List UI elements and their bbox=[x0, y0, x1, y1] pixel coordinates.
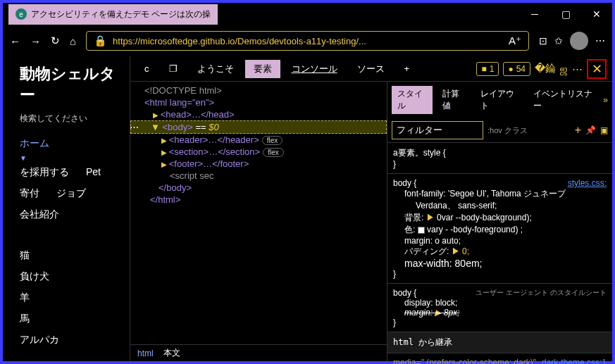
animal-cat[interactable]: 猫 bbox=[20, 245, 130, 266]
animal-horse[interactable]: 馬 bbox=[20, 308, 130, 330]
pin-icon[interactable]: 📌 bbox=[585, 125, 596, 135]
more-icon[interactable]: ⋯ bbox=[572, 63, 583, 75]
dom-tree[interactable]: <!DOCTYPE html> <html lang="en"> <head>…… bbox=[130, 82, 387, 344]
messages-badge[interactable]: ● 54 bbox=[503, 62, 530, 76]
nav-pet[interactable]: Pet bbox=[86, 162, 101, 183]
ua-label: ユーザー エージェント のスタイルシート bbox=[476, 288, 607, 298]
stylesheet-link[interactable]: styles.css: bbox=[568, 178, 607, 188]
styles-tab-layout[interactable]: レイアウト bbox=[475, 86, 523, 114]
page-title: 動物シェルター bbox=[20, 63, 130, 106]
styles-panel: スタイル 計算値 レイアウト イベントリスナー » フィルター :hov クラス… bbox=[387, 82, 612, 361]
dom-footer[interactable]: <footer>…</footer> bbox=[130, 158, 387, 170]
close-window-button[interactable]: ✕ bbox=[581, 3, 612, 25]
dom-html[interactable]: <html lang="en"> bbox=[130, 96, 387, 108]
animal-loser[interactable]: 負け犬 bbox=[20, 266, 130, 287]
devtools-panel: c ❐ ようこそ 要素 コンソール ソース + ■ 1 ● 54 �錀 ஜ ⋯ … bbox=[130, 56, 612, 361]
titlebar: e アクセシビリティを備えたデモ ページは次の操 ─ ▢ ✕ bbox=[3, 3, 612, 25]
feedback-icon[interactable]: ஜ bbox=[560, 63, 568, 75]
tab-elements[interactable]: 要素 bbox=[245, 60, 280, 78]
hov-toggle[interactable]: :hov クラス bbox=[487, 125, 528, 136]
nav-jobs[interactable]: ジョブ bbox=[56, 183, 86, 204]
tab-console[interactable]: コンソール bbox=[283, 60, 346, 78]
ua-body-rule[interactable]: ユーザー エージェント のスタイルシート body { display: blo… bbox=[387, 283, 612, 332]
tab-sources[interactable]: ソース bbox=[349, 60, 393, 78]
reader-icon[interactable]: A⁺ bbox=[509, 34, 521, 47]
dom-html-close[interactable]: </html> bbox=[130, 194, 387, 206]
styles-tab-computed[interactable]: 計算値 bbox=[437, 86, 471, 114]
active-indicator: ▼ bbox=[20, 154, 130, 162]
nav-donate[interactable]: 寄付 bbox=[20, 183, 39, 204]
animal-sheep[interactable]: 羊 bbox=[20, 287, 130, 308]
sync-icon[interactable]: ⊡ bbox=[539, 35, 547, 46]
page-sidebar: 動物シェルター 検索してください ホーム ▼ を採用する Pet 寄付 ジョブ … bbox=[3, 56, 130, 361]
dark-theme-link[interactable]: dark-theme.css:1 bbox=[542, 358, 607, 364]
element-style-rule[interactable]: a要素。style { } bbox=[387, 142, 612, 173]
nav-about[interactable]: 会社紹介 bbox=[20, 204, 130, 225]
back-button[interactable]: ← bbox=[10, 35, 20, 47]
inherited-header: html から継承 bbox=[387, 332, 612, 353]
dom-body-close[interactable]: </body> bbox=[130, 182, 387, 194]
dom-body-selected[interactable]: ⋯▼ <body> == $0 bbox=[130, 120, 387, 134]
new-rule-button[interactable]: + bbox=[575, 124, 581, 137]
crumb-html[interactable]: html bbox=[137, 349, 154, 358]
browser-toolbar: ← → ↻ ⌂ 🔒 https://microsoftedge.github.i… bbox=[3, 25, 612, 56]
browser-tab[interactable]: e アクセシビリティを備えたデモ ページは次の操 bbox=[8, 4, 218, 25]
dom-header[interactable]: <header>…</header>flex bbox=[130, 134, 387, 146]
tab-welcome[interactable]: ようこそ bbox=[189, 60, 242, 78]
styles-more-icon[interactable]: ▣ bbox=[600, 125, 608, 135]
body-rule[interactable]: styles.css: body { font-family: 'Segoe U… bbox=[387, 173, 612, 283]
nav-home[interactable]: ホーム bbox=[20, 133, 130, 154]
edge-icon: e bbox=[15, 8, 27, 20]
dom-section[interactable]: <section>…</section>flex bbox=[130, 146, 387, 158]
dom-script[interactable]: <script sec bbox=[130, 170, 387, 182]
search-label: 検索してください bbox=[20, 113, 130, 125]
maximize-button[interactable]: ▢ bbox=[550, 3, 581, 25]
device-icon[interactable]: ❐ bbox=[161, 61, 186, 77]
styles-filter-input[interactable]: フィルター bbox=[392, 121, 483, 139]
root-rule[interactable]: dark-theme.css:1 media=" (prefers-color-… bbox=[387, 353, 612, 364]
devtools-close-button[interactable]: ✕ bbox=[587, 59, 607, 79]
menu-button[interactable]: ⋯ bbox=[595, 35, 605, 46]
dom-breadcrumb[interactable]: html 本文 bbox=[130, 344, 387, 361]
styles-tab-more[interactable]: » bbox=[603, 95, 608, 105]
tab-title: アクセシビリティを備えたデモ ページは次の操 bbox=[31, 8, 211, 20]
profile-avatar[interactable] bbox=[570, 32, 588, 50]
styles-tab-listeners[interactable]: イベントリスナー bbox=[528, 86, 599, 114]
dom-doctype[interactable]: <!DOCTYPE html> bbox=[130, 84, 387, 96]
lock-icon: 🔒 bbox=[94, 34, 107, 47]
home-button[interactable]: ⌂ bbox=[70, 35, 76, 47]
nav-adopt[interactable]: を採用する bbox=[20, 162, 69, 183]
settings-icon[interactable]: �錀 bbox=[535, 62, 556, 75]
favorite-icon[interactable]: ✩ bbox=[554, 35, 563, 46]
styles-tab-styles[interactable]: スタイル bbox=[392, 86, 433, 114]
minimize-button[interactable]: ─ bbox=[519, 3, 550, 25]
crumb-body[interactable]: 本文 bbox=[163, 347, 180, 359]
tab-add[interactable]: + bbox=[396, 61, 418, 77]
inspect-icon[interactable]: c bbox=[136, 61, 158, 77]
refresh-button[interactable]: ↻ bbox=[51, 34, 60, 47]
address-bar[interactable]: 🔒 https://microsoftedge.github.io/Demos/… bbox=[86, 31, 529, 51]
issues-badge[interactable]: ■ 1 bbox=[476, 62, 499, 76]
forward-button[interactable]: → bbox=[30, 35, 41, 47]
animal-alpaca[interactable]: アルパカ bbox=[20, 330, 130, 351]
url-text: https://microsoftedge.github.io/Demos/de… bbox=[113, 36, 503, 46]
dom-head[interactable]: <head>…</head> bbox=[130, 108, 387, 120]
